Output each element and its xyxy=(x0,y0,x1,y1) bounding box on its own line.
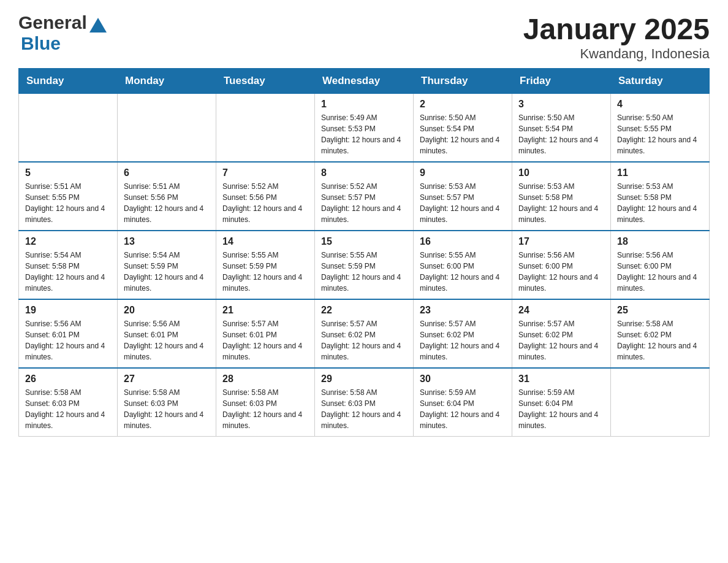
day-info: Sunrise: 5:52 AMSunset: 5:56 PMDaylight:… xyxy=(222,181,308,225)
day-info: Sunrise: 5:58 AMSunset: 6:03 PMDaylight:… xyxy=(321,387,407,431)
day-info: Sunrise: 5:59 AMSunset: 6:04 PMDaylight:… xyxy=(518,387,604,431)
day-cell: 24Sunrise: 5:57 AMSunset: 6:02 PMDayligh… xyxy=(512,299,611,368)
day-number: 3 xyxy=(518,99,604,110)
week-row-1: 1Sunrise: 5:49 AMSunset: 5:53 PMDaylight… xyxy=(19,94,710,163)
day-cell: 19Sunrise: 5:56 AMSunset: 6:01 PMDayligh… xyxy=(19,299,118,368)
day-number: 13 xyxy=(124,236,210,247)
day-number: 16 xyxy=(420,236,506,247)
logo: General Blue xyxy=(18,12,107,54)
day-info: Sunrise: 5:54 AMSunset: 5:58 PMDaylight:… xyxy=(25,250,111,294)
week-row-3: 12Sunrise: 5:54 AMSunset: 5:58 PMDayligh… xyxy=(19,231,710,299)
day-info: Sunrise: 5:50 AMSunset: 5:54 PMDaylight:… xyxy=(518,112,604,156)
day-info: Sunrise: 5:52 AMSunset: 5:57 PMDaylight:… xyxy=(321,181,407,225)
day-cell: 13Sunrise: 5:54 AMSunset: 5:59 PMDayligh… xyxy=(118,231,216,299)
day-cell xyxy=(118,94,216,163)
day-number: 20 xyxy=(124,305,210,316)
day-cell: 20Sunrise: 5:56 AMSunset: 6:01 PMDayligh… xyxy=(118,299,216,368)
day-cell xyxy=(611,368,710,437)
title-block: January 2025 Kwandang, Indonesia xyxy=(523,12,710,62)
day-info: Sunrise: 5:56 AMSunset: 6:00 PMDaylight:… xyxy=(518,250,604,294)
day-number: 9 xyxy=(420,167,506,178)
day-info: Sunrise: 5:53 AMSunset: 5:57 PMDaylight:… xyxy=(420,181,506,225)
day-info: Sunrise: 5:55 AMSunset: 6:00 PMDaylight:… xyxy=(420,250,506,294)
day-cell: 12Sunrise: 5:54 AMSunset: 5:58 PMDayligh… xyxy=(19,231,118,299)
day-cell: 30Sunrise: 5:59 AMSunset: 6:04 PMDayligh… xyxy=(414,368,512,437)
day-number: 18 xyxy=(617,236,703,247)
day-number: 4 xyxy=(617,99,703,110)
day-cell: 14Sunrise: 5:55 AMSunset: 5:59 PMDayligh… xyxy=(216,231,315,299)
day-number: 5 xyxy=(25,167,111,178)
day-number: 12 xyxy=(25,236,111,247)
calendar-title: January 2025 xyxy=(523,12,710,46)
day-number: 11 xyxy=(617,167,703,178)
day-info: Sunrise: 5:58 AMSunset: 6:03 PMDaylight:… xyxy=(222,387,308,431)
header-cell-monday: Monday xyxy=(118,69,216,94)
day-info: Sunrise: 5:53 AMSunset: 5:58 PMDaylight:… xyxy=(617,181,703,225)
day-info: Sunrise: 5:53 AMSunset: 5:58 PMDaylight:… xyxy=(518,181,604,225)
day-info: Sunrise: 5:59 AMSunset: 6:04 PMDaylight:… xyxy=(420,387,506,431)
day-info: Sunrise: 5:55 AMSunset: 5:59 PMDaylight:… xyxy=(321,250,407,294)
day-info: Sunrise: 5:51 AMSunset: 5:55 PMDaylight:… xyxy=(25,181,111,225)
day-info: Sunrise: 5:50 AMSunset: 5:55 PMDaylight:… xyxy=(617,112,703,156)
day-cell: 31Sunrise: 5:59 AMSunset: 6:04 PMDayligh… xyxy=(512,368,611,437)
page-header: General Blue January 2025 Kwandang, Indo… xyxy=(18,12,710,62)
day-number: 26 xyxy=(25,373,111,385)
day-cell: 15Sunrise: 5:55 AMSunset: 5:59 PMDayligh… xyxy=(315,231,414,299)
calendar-table: SundayMondayTuesdayWednesdayThursdayFrid… xyxy=(18,68,710,437)
day-number: 10 xyxy=(518,167,604,178)
logo-blue-text: Blue xyxy=(21,33,61,54)
day-cell: 2Sunrise: 5:50 AMSunset: 5:54 PMDaylight… xyxy=(414,94,512,163)
day-cell: 23Sunrise: 5:57 AMSunset: 6:02 PMDayligh… xyxy=(414,299,512,368)
day-number: 17 xyxy=(518,236,604,247)
day-info: Sunrise: 5:57 AMSunset: 6:01 PMDaylight:… xyxy=(222,318,308,362)
calendar-header: SundayMondayTuesdayWednesdayThursdayFrid… xyxy=(19,69,710,94)
day-number: 29 xyxy=(321,373,407,385)
day-cell: 3Sunrise: 5:50 AMSunset: 5:54 PMDaylight… xyxy=(512,94,611,163)
day-info: Sunrise: 5:57 AMSunset: 6:02 PMDaylight:… xyxy=(321,318,407,362)
header-cell-wednesday: Wednesday xyxy=(315,69,414,94)
day-number: 15 xyxy=(321,236,407,247)
day-number: 31 xyxy=(518,373,604,385)
day-cell: 5Sunrise: 5:51 AMSunset: 5:55 PMDaylight… xyxy=(19,162,118,231)
day-cell: 22Sunrise: 5:57 AMSunset: 6:02 PMDayligh… xyxy=(315,299,414,368)
day-cell xyxy=(216,94,315,163)
day-number: 23 xyxy=(420,305,506,316)
day-info: Sunrise: 5:58 AMSunset: 6:02 PMDaylight:… xyxy=(617,318,703,362)
day-info: Sunrise: 5:57 AMSunset: 6:02 PMDaylight:… xyxy=(420,318,506,362)
day-number: 24 xyxy=(518,305,604,316)
day-cell: 29Sunrise: 5:58 AMSunset: 6:03 PMDayligh… xyxy=(315,368,414,437)
day-number: 8 xyxy=(321,167,407,178)
day-info: Sunrise: 5:55 AMSunset: 5:59 PMDaylight:… xyxy=(222,250,308,294)
header-cell-thursday: Thursday xyxy=(414,69,512,94)
day-number: 21 xyxy=(222,305,308,316)
day-cell: 10Sunrise: 5:53 AMSunset: 5:58 PMDayligh… xyxy=(512,162,611,231)
day-cell: 27Sunrise: 5:58 AMSunset: 6:03 PMDayligh… xyxy=(118,368,216,437)
day-cell: 8Sunrise: 5:52 AMSunset: 5:57 PMDaylight… xyxy=(315,162,414,231)
day-cell: 16Sunrise: 5:55 AMSunset: 6:00 PMDayligh… xyxy=(414,231,512,299)
day-cell: 7Sunrise: 5:52 AMSunset: 5:56 PMDaylight… xyxy=(216,162,315,231)
day-number: 2 xyxy=(420,99,506,110)
header-cell-sunday: Sunday xyxy=(19,69,118,94)
day-number: 6 xyxy=(124,167,210,178)
day-number: 28 xyxy=(222,373,308,385)
logo-general-text: General xyxy=(18,12,87,33)
day-info: Sunrise: 5:58 AMSunset: 6:03 PMDaylight:… xyxy=(124,387,210,431)
header-row: SundayMondayTuesdayWednesdayThursdayFrid… xyxy=(19,69,710,94)
week-row-4: 19Sunrise: 5:56 AMSunset: 6:01 PMDayligh… xyxy=(19,299,710,368)
header-cell-tuesday: Tuesday xyxy=(216,69,315,94)
day-info: Sunrise: 5:56 AMSunset: 6:01 PMDaylight:… xyxy=(124,318,210,362)
day-info: Sunrise: 5:58 AMSunset: 6:03 PMDaylight:… xyxy=(25,387,111,431)
day-number: 19 xyxy=(25,305,111,316)
day-cell: 21Sunrise: 5:57 AMSunset: 6:01 PMDayligh… xyxy=(216,299,315,368)
day-cell: 6Sunrise: 5:51 AMSunset: 5:56 PMDaylight… xyxy=(118,162,216,231)
header-cell-saturday: Saturday xyxy=(611,69,710,94)
day-info: Sunrise: 5:56 AMSunset: 6:00 PMDaylight:… xyxy=(617,250,703,294)
day-number: 27 xyxy=(124,373,210,385)
day-cell: 4Sunrise: 5:50 AMSunset: 5:55 PMDaylight… xyxy=(611,94,710,163)
day-number: 25 xyxy=(617,305,703,316)
day-cell: 25Sunrise: 5:58 AMSunset: 6:02 PMDayligh… xyxy=(611,299,710,368)
day-info: Sunrise: 5:49 AMSunset: 5:53 PMDaylight:… xyxy=(321,112,407,156)
day-info: Sunrise: 5:50 AMSunset: 5:54 PMDaylight:… xyxy=(420,112,506,156)
day-cell: 9Sunrise: 5:53 AMSunset: 5:57 PMDaylight… xyxy=(414,162,512,231)
calendar-subtitle: Kwandang, Indonesia xyxy=(523,46,710,62)
